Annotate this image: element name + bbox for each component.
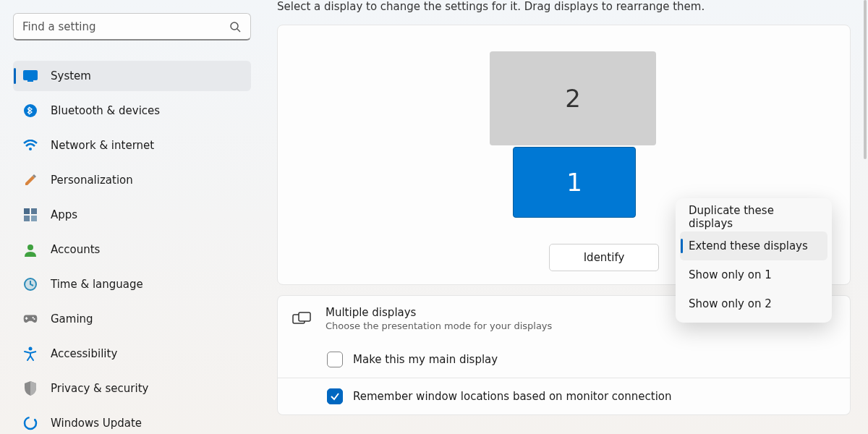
vertical-scrollbar[interactable] (861, 0, 867, 434)
gamepad-icon (23, 312, 38, 326)
sidebar-item-label: Privacy & security (51, 382, 148, 395)
section-title: Multiple displays (326, 306, 552, 319)
flyout-item-duplicate[interactable]: Duplicate these displays (680, 203, 827, 231)
svg-rect-2 (23, 70, 38, 80)
sidebar-item-label: System (51, 69, 91, 82)
scroll-thumb[interactable] (864, 0, 867, 159)
svg-point-14 (33, 318, 35, 320)
accessibility-icon (23, 346, 38, 361)
monitor-2[interactable]: 2 (490, 51, 656, 145)
make-main-display-row[interactable]: Make this my main display (277, 341, 851, 378)
system-icon (23, 69, 38, 83)
flyout-item-show-1[interactable]: Show only on 1 (680, 260, 827, 289)
checkbox-label: Remember window locations based on monit… (353, 390, 672, 403)
svg-point-10 (27, 244, 33, 250)
sidebar-item-label: Apps (51, 208, 77, 221)
sidebar-item-label: Time & language (51, 278, 143, 291)
sidebar-item-accounts[interactable]: Accounts (13, 234, 251, 265)
sidebar-item-label: Accessibility (51, 347, 117, 360)
flyout-item-label: Duplicate these displays (689, 204, 819, 230)
section-text: Multiple displays Choose the presentatio… (326, 306, 552, 331)
sidebar-item-label: Personalization (51, 174, 133, 187)
apps-icon (23, 208, 38, 222)
sidebar-item-system[interactable]: System (13, 61, 251, 91)
remember-locations-row[interactable]: Remember window locations based on monit… (277, 378, 851, 415)
svg-rect-3 (27, 80, 33, 82)
monitor-label: 1 (566, 168, 582, 197)
svg-rect-18 (299, 312, 310, 321)
svg-rect-6 (24, 208, 30, 214)
flyout-item-label: Show only on 1 (689, 268, 772, 281)
page-subtitle: Select a display to change the settings … (277, 0, 851, 13)
person-icon (23, 242, 38, 257)
sidebar-item-label: Accounts (51, 243, 100, 256)
checkbox-checked[interactable] (327, 388, 343, 404)
sidebar-item-apps[interactable]: Apps (13, 200, 251, 230)
sidebar-item-accessibility[interactable]: Accessibility (13, 339, 251, 369)
search-icon (229, 21, 241, 33)
monitor-label: 2 (565, 84, 581, 113)
svg-point-15 (29, 347, 33, 351)
displays-icon (292, 312, 311, 326)
svg-rect-8 (24, 216, 30, 221)
update-icon (23, 416, 38, 430)
sidebar-item-label: Gaming (51, 312, 93, 326)
section-subtitle: Choose the presentation mode for your di… (326, 320, 552, 331)
checkbox-label: Make this my main display (353, 353, 498, 366)
sidebar-item-bluetooth[interactable]: Bluetooth & devices (13, 95, 251, 126)
sidebar-item-gaming[interactable]: Gaming (13, 304, 251, 334)
flyout-item-label: Extend these displays (689, 239, 808, 252)
wifi-icon (23, 138, 38, 153)
identify-button[interactable]: Identify (549, 244, 659, 271)
sidebar-item-label: Network & internet (51, 139, 154, 152)
search-wrapper (13, 13, 251, 41)
sidebar-item-privacy[interactable]: Privacy & security (13, 373, 251, 404)
svg-point-12 (25, 278, 36, 290)
shield-icon (23, 381, 38, 396)
flyout-item-extend[interactable]: Extend these displays (680, 231, 827, 260)
svg-line-1 (237, 29, 240, 32)
presentation-mode-flyout: Duplicate these displays Extend these di… (676, 198, 832, 323)
svg-point-0 (231, 22, 238, 30)
settings-sidebar: System Bluetooth & devices Network & int… (0, 0, 264, 434)
paint-icon (23, 173, 38, 187)
sidebar-item-label: Windows Update (51, 417, 142, 430)
svg-point-5 (29, 148, 32, 150)
flyout-item-label: Show only on 2 (689, 297, 772, 310)
sidebar-item-network[interactable]: Network & internet (13, 130, 251, 161)
sidebar-item-label: Bluetooth & devices (51, 104, 160, 117)
clock-icon (23, 277, 38, 292)
sidebar-item-time-language[interactable]: Time & language (13, 269, 251, 299)
monitor-1[interactable]: 1 (513, 147, 636, 218)
svg-rect-9 (31, 216, 37, 221)
svg-point-13 (33, 317, 34, 318)
bluetooth-icon (23, 103, 38, 118)
flyout-item-show-2[interactable]: Show only on 2 (680, 289, 827, 318)
checkbox-unchecked[interactable] (327, 352, 343, 367)
nav-list: System Bluetooth & devices Network & int… (13, 61, 251, 434)
search-input[interactable] (13, 13, 251, 41)
sidebar-item-personalization[interactable]: Personalization (13, 165, 251, 195)
sidebar-item-windows-update[interactable]: Windows Update (13, 408, 251, 434)
svg-rect-7 (31, 208, 37, 214)
